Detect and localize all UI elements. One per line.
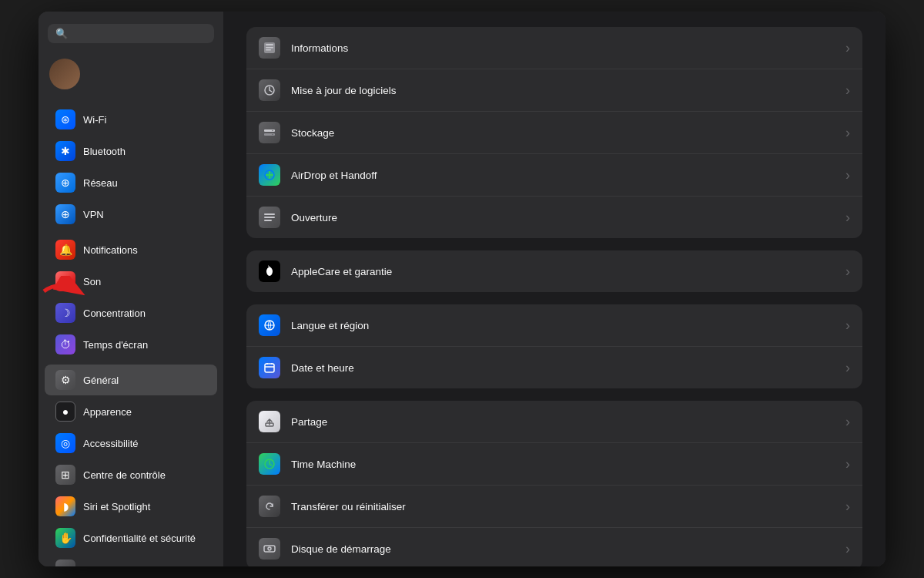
sidebar-item-bureau[interactable]: ▬Bureau et Dock xyxy=(45,554,217,566)
partage-icon xyxy=(259,411,280,432)
sidebar-section-0: ⊛Wi-Fi✱Bluetooth⊕Réseau⊕VPN xyxy=(38,104,223,230)
transferer-icon xyxy=(259,496,280,517)
ouverture-label: Ouverture xyxy=(291,212,835,223)
centre-icon: ⊞ xyxy=(55,465,75,485)
langue-chevron: › xyxy=(845,318,850,334)
wifi-icon-glyph: ⊛ xyxy=(61,113,70,126)
concentration-label: Concentration xyxy=(83,307,146,319)
confidentialite-icon-glyph: ✋ xyxy=(59,532,72,544)
sidebar-item-notifications[interactable]: 🔔Notifications xyxy=(45,234,217,265)
sidebar-item-bluetooth[interactable]: ✱Bluetooth xyxy=(45,136,217,166)
sidebar-items-container: ⊛Wi-Fi✱Bluetooth⊕Réseau⊕VPN🔔Notification… xyxy=(38,103,223,566)
reseau-icon-glyph: ⊕ xyxy=(61,176,70,189)
settings-row-partage[interactable]: Partage› xyxy=(246,401,862,443)
sidebar-item-reseau[interactable]: ⊕Réseau xyxy=(45,167,217,198)
notifications-icon: 🔔 xyxy=(55,240,75,260)
settings-group-3: Partage›Time Machine›Transférer ou réini… xyxy=(246,401,862,566)
applecare-icon xyxy=(259,260,280,282)
sidebar-item-centre[interactable]: ⊞Centre de contrôle xyxy=(45,459,217,490)
bureau-label: Bureau et Dock xyxy=(83,564,152,567)
svg-rect-3 xyxy=(266,49,271,51)
settings-row-transferer[interactable]: Transférer ou réinitialiser› xyxy=(246,486,862,528)
airdrop-icon xyxy=(259,164,280,186)
temps-icon: ⏱ xyxy=(55,334,75,355)
sidebar-item-general[interactable]: ⚙Général xyxy=(45,365,217,395)
svg-rect-10 xyxy=(264,213,275,215)
applecare-label: AppleCare et garantie xyxy=(291,266,835,277)
svg-rect-11 xyxy=(264,217,275,218)
svg-point-21 xyxy=(270,549,270,549)
mise-a-jour-icon xyxy=(259,79,280,101)
svg-rect-6 xyxy=(264,133,275,136)
stockage-icon xyxy=(259,122,280,143)
disque-label: Disque de démarrage xyxy=(291,543,835,555)
sidebar-item-apparence[interactable]: ●Apparence xyxy=(45,396,217,427)
applecare-chevron: › xyxy=(845,264,850,280)
search-input[interactable] xyxy=(72,28,206,39)
vpn-label: VPN xyxy=(83,209,104,220)
settings-group-2: Langue et région›Date et heure› xyxy=(246,304,862,388)
temps-icon-glyph: ⏱ xyxy=(60,338,71,351)
timemachine-label: Time Machine xyxy=(291,459,835,470)
sidebar-item-wifi[interactable]: ⊛Wi-Fi xyxy=(45,104,217,135)
settings-row-stockage[interactable]: Stockage› xyxy=(246,112,862,154)
bluetooth-icon-glyph: ✱ xyxy=(61,145,70,157)
main-content: Informations›Mise à jour de logiciels›St… xyxy=(223,12,886,566)
reseau-icon: ⊕ xyxy=(55,173,75,193)
informations-chevron: › xyxy=(845,40,850,56)
settings-window: 🔍 ⊛Wi-Fi✱Bluetooth⊕Réseau⊕VPN🔔Notificati… xyxy=(38,12,886,566)
settings-groups: Informations›Mise à jour de logiciels›St… xyxy=(246,27,862,566)
stockage-label: Stockage xyxy=(291,127,835,139)
mise-a-jour-chevron: › xyxy=(845,82,850,99)
airdrop-label: AirDrop et Handoff xyxy=(291,170,835,181)
partage-label: Partage xyxy=(291,416,835,428)
settings-row-applecare[interactable]: AppleCare et garantie› xyxy=(246,250,862,292)
sidebar-item-siri[interactable]: ◗Siri et Spotlight xyxy=(45,491,217,522)
siri-label: Siri et Spotlight xyxy=(83,501,150,512)
bureau-icon: ▬ xyxy=(55,560,75,566)
search-bar[interactable]: 🔍 xyxy=(48,24,214,43)
settings-row-informations[interactable]: Informations› xyxy=(246,27,862,69)
notifications-icon-glyph: 🔔 xyxy=(59,244,72,256)
bureau-icon-glyph: ▬ xyxy=(60,563,71,566)
search-icon: 🔍 xyxy=(55,28,68,39)
settings-row-langue[interactable]: Langue et région› xyxy=(246,304,862,347)
sidebar-item-temps[interactable]: ⏱Temps d'écran xyxy=(45,329,217,360)
ouverture-chevron: › xyxy=(845,210,850,226)
centre-label: Centre de contrôle xyxy=(83,469,166,481)
siri-icon-glyph: ◗ xyxy=(63,500,69,512)
langue-label: Langue et région xyxy=(291,320,835,331)
notifications-label: Notifications xyxy=(83,244,138,256)
partage-chevron: › xyxy=(845,414,850,430)
apparence-label: Apparence xyxy=(83,406,132,418)
settings-row-date[interactable]: Date et heure› xyxy=(246,347,862,388)
mise-a-jour-label: Mise à jour de logiciels xyxy=(291,85,835,96)
general-label: Général xyxy=(83,375,119,386)
wifi-label: Wi-Fi xyxy=(83,114,106,126)
langue-icon xyxy=(259,314,280,336)
transferer-label: Transférer ou réinitialiser xyxy=(291,501,835,512)
user-profile[interactable] xyxy=(38,52,223,96)
date-chevron: › xyxy=(845,360,850,376)
settings-row-mise-a-jour[interactable]: Mise à jour de logiciels› xyxy=(246,69,862,112)
reseau-label: Réseau xyxy=(83,177,118,189)
informations-label: Informations xyxy=(291,42,835,54)
ouverture-icon xyxy=(259,207,280,228)
stockage-chevron: › xyxy=(845,125,850,141)
timemachine-chevron: › xyxy=(845,456,850,472)
svg-rect-2 xyxy=(266,47,273,49)
avatar xyxy=(49,59,80,89)
settings-row-timemachine[interactable]: Time Machine› xyxy=(246,443,862,486)
svg-rect-1 xyxy=(266,44,273,45)
settings-group-0: Informations›Mise à jour de logiciels›St… xyxy=(246,27,862,238)
sidebar-item-vpn[interactable]: ⊕VPN xyxy=(45,199,217,230)
sidebar-item-accessibilite[interactable]: ◎Accessibilité xyxy=(45,428,217,459)
vpn-icon: ⊕ xyxy=(55,204,75,224)
timemachine-icon xyxy=(259,453,280,475)
general-icon-glyph: ⚙ xyxy=(61,374,71,386)
settings-row-airdrop[interactable]: AirDrop et Handoff› xyxy=(246,154,862,197)
settings-row-disque[interactable]: Disque de démarrage› xyxy=(246,528,862,566)
bluetooth-label: Bluetooth xyxy=(83,146,126,157)
sidebar-item-confidentialite[interactable]: ✋Confidentialité et sécurité xyxy=(45,523,217,553)
settings-row-ouverture[interactable]: Ouverture› xyxy=(246,197,862,238)
